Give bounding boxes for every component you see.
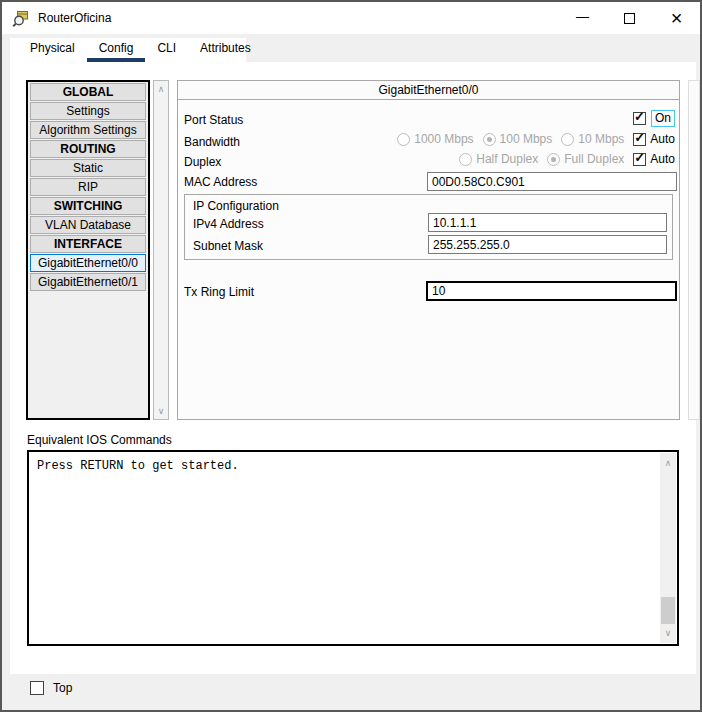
check-icon: ✓ [634, 109, 645, 124]
scroll-up-icon[interactable]: ∧ [154, 82, 168, 96]
tab-bar: Physical Config CLI Attributes [10, 38, 246, 62]
mac-address-label: MAC Address [184, 175, 257, 189]
bandwidth-10-radio [561, 133, 574, 146]
config-sidebar: GLOBAL Settings Algorithm Settings ROUTI… [26, 80, 150, 420]
tx-ring-limit-label: Tx Ring Limit [184, 285, 254, 299]
tx-ring-limit-input[interactable] [426, 281, 677, 301]
config-tab-page: GLOBAL Settings Algorithm Settings ROUTI… [10, 62, 696, 674]
sidebar-header-switching: SWITCHING [30, 197, 146, 215]
top-checkbox-label: Top [53, 681, 72, 695]
sidebar-header-global: GLOBAL [30, 83, 146, 101]
sidebar-item-static[interactable]: Static [30, 159, 146, 177]
check-icon: ✓ [634, 130, 645, 145]
minimize-button[interactable]: — [559, 2, 606, 34]
ip-configuration-group: IP Configuration IPv4 Address Subnet Mas… [184, 194, 673, 260]
packet-tracer-icon [11, 9, 30, 28]
duplex-label: Duplex [184, 155, 221, 169]
panel-scrollbar-track[interactable] [688, 80, 700, 420]
subnet-mask-input[interactable] [428, 235, 667, 254]
sidebar-item-settings[interactable]: Settings [30, 102, 146, 120]
ios-scrollbar[interactable]: ∧ ∨ [660, 453, 676, 643]
maximize-icon [624, 13, 635, 24]
maximize-button[interactable] [606, 2, 653, 34]
duplex-half-label: Half Duplex [476, 152, 538, 166]
bandwidth-10-label: 10 Mbps [578, 132, 624, 146]
scroll-down-icon[interactable]: ∨ [154, 404, 168, 418]
ios-commands-box: Press RETURN to get started. ∧ ∨ [27, 450, 679, 646]
bandwidth-auto-checkbox[interactable]: ✓ [633, 133, 646, 146]
top-checkbox[interactable]: ✓ [30, 681, 44, 695]
interface-settings-panel: GigabitEthernet0/0 Port Status ✓ On Band… [177, 80, 680, 420]
tab-physical[interactable]: Physical [18, 38, 87, 62]
bandwidth-1000-label: 1000 Mbps [414, 132, 473, 146]
duplex-full-radio [547, 153, 560, 166]
subnet-mask-label: Subnet Mask [193, 239, 263, 253]
bandwidth-controls: 1000 Mbps 100 Mbps 10 Mbps ✓ Auto [397, 132, 675, 146]
port-status-controls: ✓ On [633, 110, 675, 127]
ip-configuration-title: IP Configuration [193, 199, 279, 213]
sidebar-item-gigabitethernet0-1[interactable]: GigabitEthernet0/1 [30, 273, 146, 291]
duplex-full-label: Full Duplex [564, 152, 624, 166]
bandwidth-auto-label: Auto [650, 132, 675, 146]
mac-address-input[interactable] [427, 172, 677, 191]
port-status-checkbox[interactable]: ✓ [633, 112, 646, 125]
scroll-up-icon[interactable]: ∧ [660, 456, 676, 470]
panel-title: GigabitEthernet0/0 [178, 81, 679, 100]
sidebar-item-algorithm-settings[interactable]: Algorithm Settings [30, 121, 146, 139]
close-button[interactable]: × [653, 2, 700, 34]
ios-scrollbar-thumb[interactable] [661, 597, 675, 624]
title-bar: RouterOficina — × [2, 2, 700, 34]
sidebar-item-gigabitethernet0-0[interactable]: GigabitEthernet0/0 [30, 254, 146, 272]
duplex-controls: Half Duplex Full Duplex ✓ Auto [459, 152, 675, 166]
window-controls: — × [559, 2, 700, 34]
sidebar-header-routing: ROUTING [30, 140, 146, 158]
tab-config[interactable]: Config [87, 38, 146, 62]
check-icon: ✓ [634, 150, 645, 165]
duplex-auto-label: Auto [650, 152, 675, 166]
window-title: RouterOficina [38, 11, 111, 25]
bandwidth-100-label: 100 Mbps [500, 132, 553, 146]
ipv4-address-input[interactable] [428, 213, 667, 232]
port-status-label: Port Status [184, 113, 243, 127]
tab-cli[interactable]: CLI [145, 38, 188, 62]
close-icon: × [671, 8, 683, 28]
sidebar-header-interface: INTERFACE [30, 235, 146, 253]
port-status-on-label: On [651, 110, 675, 127]
tab-attributes[interactable]: Attributes [188, 38, 263, 62]
sidebar-scrollbar[interactable]: ∧ ∨ [153, 80, 169, 420]
minimize-icon: — [576, 9, 589, 24]
duplex-half-radio [459, 153, 472, 166]
ios-commands-label: Equivalent IOS Commands [27, 433, 172, 447]
ipv4-address-label: IPv4 Address [193, 217, 264, 231]
bandwidth-1000-radio [397, 133, 410, 146]
scroll-down-icon[interactable]: ∨ [660, 626, 676, 640]
router-config-window: RouterOficina — × Physical Config CLI At… [0, 0, 702, 712]
top-option: ✓ Top [30, 681, 72, 695]
duplex-auto-checkbox[interactable]: ✓ [633, 153, 646, 166]
sidebar-item-rip[interactable]: RIP [30, 178, 146, 196]
sidebar-item-vlan-database[interactable]: VLAN Database [30, 216, 146, 234]
bandwidth-label: Bandwidth [184, 135, 240, 149]
bandwidth-100-radio [483, 133, 496, 146]
ios-commands-text: Press RETURN to get started. [37, 459, 239, 473]
